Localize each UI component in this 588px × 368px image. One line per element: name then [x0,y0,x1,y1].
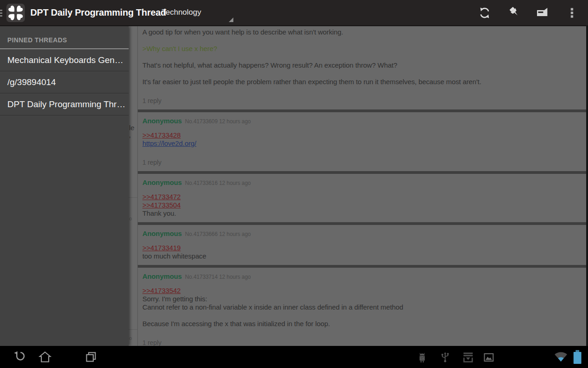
post-text-line: >>41733428 [142,131,582,139]
clipped-text-fragment: ’ [129,135,130,143]
post-text-line: Cannot refer to a non-final variable x i… [142,303,582,311]
quote-link[interactable]: >>41733419 [142,244,181,252]
blank-line [142,311,582,320]
pin-icon [507,6,520,19]
blank-line [142,53,582,61]
post-text-line: Because I'm accessing the x that was ini… [142,320,582,328]
back-icon [12,351,25,363]
poster-name: Anonymous [142,178,182,186]
post-header: AnonymousNo.41733714 12 hours ago [142,272,582,281]
screenshot-tray-icon [462,352,474,365]
post-header: AnonymousNo.41733666 12 hours ago [142,230,582,238]
post-text-line: A good tip for when you want help is to … [142,28,582,36]
clover-glyph [6,4,25,22]
spinner-caret-icon [229,17,233,22]
post-text-line: Sorry. I'm getting this: [142,295,582,303]
drawer-edge-menu-icon[interactable] [0,10,2,18]
thread-post-list: A good tip for when you want help is to … [138,26,586,346]
blank-line [142,69,582,78]
clipped-text-fragment: o [129,216,132,221]
blank-line [142,36,582,45]
quote-link[interactable]: >>41733428 [142,131,181,139]
system-navigation-bar: 16:43 [0,346,588,368]
home-button[interactable] [39,351,51,363]
quote-link[interactable]: >>41733504 [142,201,181,209]
home-icon [39,351,51,363]
quote-link[interactable]: >>41733542 [142,287,181,294]
wifi-icon [554,351,568,364]
post-header: AnonymousNo.41733616 12 hours ago [142,178,582,187]
post-text-line: That's not helpful, what actually happen… [142,61,582,69]
recents-icon [85,351,97,363]
overflow-menu-button[interactable] [565,6,578,19]
row-divider [129,197,137,198]
poster-name: Anonymous [142,230,182,237]
replies-count[interactable]: 1 reply [142,97,582,105]
external-link[interactable]: https://love2d.org/ [142,139,196,147]
recents-button[interactable] [85,351,97,363]
reply-icon [536,6,548,19]
reply-button[interactable] [536,6,548,19]
pinned-thread-item[interactable]: /g/39894014 [0,71,129,93]
poster-name: Anonymous [142,117,182,125]
pinned-threads-drawer: PINNED THREADS Mechanical Keyboards Gen…… [0,26,129,346]
pinned-thread-item[interactable]: Mechanical Keyboards Gen… [0,49,129,71]
overflow-menu-icon [565,6,578,19]
post-header: AnonymousNo.41733609 12 hours ago [142,117,582,126]
back-button[interactable] [12,351,25,363]
post-text-line: Thank you. [142,209,582,218]
app-clover-icon[interactable] [6,4,25,22]
post-text-line: >>41733504 [142,201,582,209]
post-text-line: https://love2d.org/ [142,139,582,148]
quote-link[interactable]: >>41733472 [142,193,181,201]
board-spinner[interactable]: Technology [155,0,236,25]
action-bar: DPT Daily Programming Thread Technology [0,0,588,26]
post[interactable]: AnonymousNo.41733616 12 hours ago>>41733… [138,174,586,222]
pinned-threads-list: Mechanical Keyboards Gen…/g/39894014DPT … [0,49,129,115]
post-number-time: No.41733616 12 hours ago [185,180,251,186]
post-number-time: No.41733714 12 hours ago [185,274,251,280]
post[interactable]: AnonymousNo.41733666 12 hours ago>>41733… [138,225,586,265]
scrollbar-track[interactable] [586,26,588,346]
thread-title: DPT Daily Programming Thread [30,0,166,25]
refresh-icon [478,6,491,19]
usb-icon [440,352,450,365]
replies-count[interactable]: 1 reply [142,339,582,346]
post-text-line: >>41733472 [142,193,582,201]
row-divider [129,329,137,330]
post-text-line: >>41733419 [142,244,582,252]
android-debug-icon [417,352,427,365]
pinned-threads-header: PINNED THREADS [0,26,129,44]
clipped-text-fragment: le [129,124,135,132]
clipped-text-fragment: o [129,335,132,341]
post[interactable]: AnonymousNo.41733714 12 hours ago>>41733… [138,268,586,346]
post[interactable]: A good tip for when you want help is to … [138,26,586,109]
pin-thread-button[interactable] [507,6,520,19]
post-text-line: >>41733542 [142,287,582,295]
image-icon [483,352,494,365]
battery-icon [573,350,582,366]
board-spinner-label: Technology [162,0,201,25]
poster-name: Anonymous [142,272,182,280]
post-number-time: No.41733609 12 hours ago [185,118,251,125]
pinned-thread-item[interactable]: DPT Daily Programming Thr… [0,93,129,115]
post-number-time: No.41733666 12 hours ago [185,231,251,237]
refresh-button[interactable] [478,6,491,19]
greentext-line: >Why can't I use x here? [142,45,582,53]
underlying-pane-sliver: le ’ o o [129,26,138,346]
post-text-line: It's far easier to just tell people the … [142,78,582,86]
post[interactable]: AnonymousNo.41733609 12 hours ago>>41733… [138,112,586,171]
replies-count[interactable]: 1 reply [142,158,582,167]
post-text-line: too much whitespace [142,252,582,260]
